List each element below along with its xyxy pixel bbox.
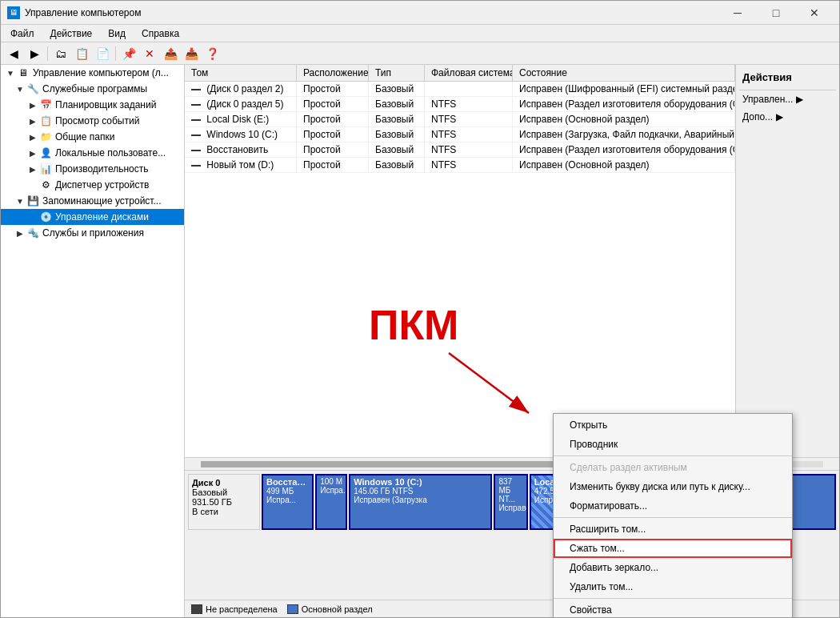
delete-button[interactable]: ✕ bbox=[140, 45, 159, 62]
td-rasp-2: Простой bbox=[297, 112, 369, 126]
minimize-button[interactable]: ─ bbox=[719, 1, 756, 25]
ctx-explorer[interactable]: Проводник bbox=[554, 435, 792, 454]
sidebar: ▼ 🖥 Управление компьютером (л... ▼ 🔧 Слу… bbox=[1, 65, 185, 617]
table-row[interactable]: Восстановить Простой Базовый NTFS Исправ… bbox=[185, 142, 735, 158]
sidebar-item-perf[interactable]: ▶ 📊 Производительность bbox=[1, 161, 184, 177]
th-status[interactable]: Состояние bbox=[513, 65, 735, 81]
partition-size-1: 100 М bbox=[320, 477, 342, 486]
th-fs[interactable]: Файловая система bbox=[425, 65, 513, 81]
sidebar-item-events[interactable]: ▶ 📋 Просмотр событий bbox=[1, 113, 184, 129]
expand-icon-service: ▼ bbox=[14, 85, 26, 94]
menu-help[interactable]: Справка bbox=[135, 26, 186, 41]
sidebar-item-folders[interactable]: ▶ 📁 Общие папки bbox=[1, 129, 184, 145]
legend-label-primary: Основной раздел bbox=[302, 604, 373, 614]
partition-1[interactable]: 100 М Испра... bbox=[315, 474, 347, 530]
td-rasp-3: Простой bbox=[297, 127, 369, 142]
td-tom-1: (Диск 0 раздел 5) bbox=[185, 97, 297, 111]
menu-view[interactable]: Вид bbox=[102, 26, 132, 41]
ctx-change-letter[interactable]: Изменить букву диска или путь к диску... bbox=[554, 477, 792, 496]
show-hide-button[interactable]: 📋 bbox=[72, 45, 91, 62]
back-button[interactable]: ◀ bbox=[4, 45, 23, 62]
sidebar-events-label: Просмотр событий bbox=[55, 115, 139, 126]
window-title: Управление компьютером bbox=[25, 7, 141, 18]
sidebar-devmgr-label: Диспетчер устройств bbox=[55, 179, 149, 191]
sidebar-diskmgmt-label: Управление дисками bbox=[55, 211, 149, 223]
ctx-add-mirror[interactable]: Добавить зеркало... bbox=[554, 558, 792, 577]
import-button[interactable]: 📥 bbox=[182, 45, 201, 62]
action-manage[interactable]: Управлен... ▶ bbox=[739, 90, 836, 108]
disk-label-0: Диск 0 Базовый 931.50 ГБ В сети bbox=[188, 474, 260, 530]
td-rasp-5: Простой bbox=[297, 158, 369, 172]
action-more-label: Допо... bbox=[742, 111, 773, 122]
td-type-3: Базовый bbox=[369, 127, 425, 142]
partition-name-2: Windows 10 (C:) bbox=[354, 477, 487, 487]
ctx-delete[interactable]: Удалить том... bbox=[554, 577, 792, 596]
th-type[interactable]: Тип bbox=[369, 65, 425, 81]
partition-0[interactable]: Восстано... 499 МБ Испра... bbox=[262, 474, 314, 530]
table-row[interactable]: Новый том (D:) Простой Базовый NTFS Испр… bbox=[185, 158, 735, 173]
sidebar-item-service[interactable]: ▼ 🔧 Служебные программы bbox=[1, 81, 184, 97]
window-inner: ▼ 🖥 Управление компьютером (л... ▼ 🔧 Слу… bbox=[1, 65, 839, 617]
td-type-2: Базовый bbox=[369, 112, 425, 126]
table-row[interactable]: (Диск 0 раздел 5) Простой Базовый NTFS И… bbox=[185, 97, 735, 112]
legend-label-unallocated: Не распределена bbox=[206, 604, 278, 614]
sidebar-services-label: Службы и приложения bbox=[42, 227, 144, 239]
sidebar-item-diskmgmt[interactable]: 💿 Управление дисками bbox=[1, 209, 184, 225]
title-bar-left: 🖥 Управление компьютером bbox=[7, 6, 141, 19]
properties-button[interactable]: 📄 bbox=[93, 45, 112, 62]
menu-file[interactable]: Файл bbox=[4, 26, 41, 41]
partition-size-2: 145.06 ГБ NTFS bbox=[354, 487, 487, 496]
close-button[interactable]: ✕ bbox=[796, 1, 833, 25]
forward-button[interactable]: ▶ bbox=[25, 45, 44, 62]
ctx-shrink[interactable]: Сжать том... bbox=[554, 539, 792, 558]
sidebar-item-scheduler[interactable]: ▶ 📅 Планировщик заданий bbox=[1, 97, 184, 113]
partition-3[interactable]: 837 МБ NT... Исправен bbox=[494, 474, 527, 530]
partition-2[interactable]: Windows 10 (C:) 145.06 ГБ NTFS Исправен … bbox=[349, 474, 492, 530]
legend-box-unallocated bbox=[191, 604, 202, 614]
expand-icon-users: ▶ bbox=[26, 149, 39, 158]
td-status-3: Исправен (Загрузка, Файл подкачки, Авари… bbox=[513, 127, 735, 142]
td-fs-3: NTFS bbox=[425, 127, 513, 142]
sidebar-scheduler-icon: 📅 bbox=[39, 98, 52, 111]
legend-item-primary: Основной раздел bbox=[287, 604, 373, 614]
td-tom-2: Local Disk (E:) bbox=[185, 112, 297, 126]
title-bar: 🖥 Управление компьютером ─ □ ✕ bbox=[1, 1, 839, 25]
ctx-format[interactable]: Форматировать... bbox=[554, 496, 792, 516]
maximize-button[interactable]: □ bbox=[758, 1, 794, 25]
help-toolbar-button[interactable]: ❓ bbox=[202, 45, 222, 62]
ctx-extend[interactable]: Расширить том... bbox=[554, 520, 792, 539]
ctx-open[interactable]: Открыть bbox=[554, 415, 792, 435]
sidebar-item-devmgr[interactable]: ⚙ Диспетчер устройств bbox=[1, 177, 184, 193]
sidebar-item-storage[interactable]: ▼ 💾 Запоминающие устройст... bbox=[1, 193, 184, 209]
app-icon: 🖥 bbox=[7, 6, 20, 19]
expand-icon-storage: ▼ bbox=[14, 197, 26, 206]
menu-action[interactable]: Действие bbox=[44, 26, 99, 41]
th-tom[interactable]: Том bbox=[185, 65, 297, 81]
actions-title: Действия bbox=[739, 68, 836, 90]
table-row[interactable]: (Диск 0 раздел 2) Простой Базовый Исправ… bbox=[185, 82, 735, 97]
th-rasp[interactable]: Расположение bbox=[297, 65, 369, 81]
td-fs-2: NTFS bbox=[425, 112, 513, 126]
sidebar-item-services[interactable]: ▶ 🔩 Службы и приложения bbox=[1, 225, 184, 241]
td-rasp-0: Простой bbox=[297, 82, 369, 96]
sidebar-perf-icon: 📊 bbox=[39, 163, 52, 175]
table-row[interactable]: Windows 10 (C:) Простой Базовый NTFS Исп… bbox=[185, 127, 735, 142]
ctx-sep-2 bbox=[554, 517, 792, 518]
sidebar-root[interactable]: ▼ 🖥 Управление компьютером (л... bbox=[1, 65, 184, 81]
sidebar-scheduler-label: Планировщик заданий bbox=[55, 99, 156, 110]
menu-bar: Файл Действие Вид Справка bbox=[1, 25, 839, 42]
sidebar-perf-label: Производительность bbox=[55, 163, 148, 175]
td-type-4: Базовый bbox=[369, 142, 425, 157]
td-status-1: Исправен (Раздел изготовителя оборудован… bbox=[513, 97, 735, 111]
action-more[interactable]: Допо... ▶ bbox=[739, 108, 836, 126]
actions-panel: Действия Управлен... ▶ Допо... ▶ bbox=[735, 65, 839, 457]
td-type-5: Базовый bbox=[369, 158, 425, 172]
sidebar-item-users[interactable]: ▶ 👤 Локальные пользовате... bbox=[1, 145, 184, 161]
table-row[interactable]: Local Disk (E:) Простой Базовый NTFS Исп… bbox=[185, 112, 735, 127]
export-button[interactable]: 📤 bbox=[161, 45, 180, 62]
up-button[interactable]: 🗂 bbox=[51, 45, 70, 62]
pin-button[interactable]: 📌 bbox=[119, 45, 138, 62]
expand-icon-perf: ▶ bbox=[26, 165, 39, 174]
ctx-sep-1 bbox=[554, 455, 792, 456]
ctx-properties[interactable]: Свойства bbox=[554, 600, 792, 617]
